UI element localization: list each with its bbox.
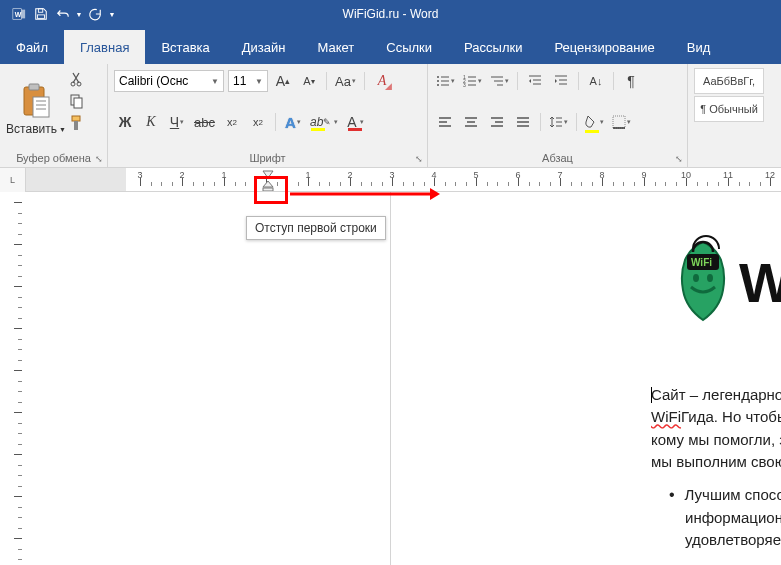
show-marks-icon[interactable]: ¶ [620, 70, 642, 92]
style-sample[interactable]: АаБбВвГг, [694, 68, 764, 94]
group-styles: АаБбВвГг, ¶ Обычный [688, 64, 781, 167]
svg-rect-4 [38, 15, 45, 19]
svg-rect-7 [33, 97, 49, 117]
align-center-icon[interactable] [460, 111, 482, 133]
paste-button[interactable]: Вставить▼ [6, 68, 66, 150]
svg-rect-14 [74, 98, 82, 108]
tab-layout[interactable]: Макет [301, 30, 370, 64]
decrease-font-icon[interactable]: A▾ [298, 70, 320, 92]
paste-label: Вставить▼ [6, 122, 66, 136]
hanging-indent-marker[interactable] [262, 180, 274, 192]
svg-rect-55 [263, 188, 273, 191]
change-case-button[interactable]: Aa▾ [333, 70, 358, 92]
bullets-button[interactable]: ▾ [434, 70, 457, 92]
group-font: Calibri (Оснс▼ 11▼ A▴ A▾ Aa▾ A◢ Ж К Ч▾ a… [108, 64, 428, 167]
undo-icon[interactable] [52, 3, 74, 25]
svg-rect-53 [613, 116, 625, 128]
align-right-icon[interactable] [486, 111, 508, 133]
group-paragraph: ▾ 123▾ ▾ A↓ ¶ ▾ ▾ ▾ Абзац ⤡ [428, 64, 688, 167]
first-line-indent-marker[interactable] [262, 170, 274, 180]
group-paragraph-label: Абзац [434, 150, 681, 165]
tab-insert[interactable]: Вставка [145, 30, 225, 64]
decrease-indent-icon[interactable] [524, 70, 546, 92]
document-logo-image: WiFi WIFI ГИД WI-FI И БЕСП [663, 232, 781, 345]
chevron-down-icon: ▼ [211, 77, 219, 86]
line-spacing-icon[interactable]: ▾ [547, 111, 570, 133]
word-app-icon[interactable]: W [8, 3, 30, 25]
chevron-down-icon: ▼ [255, 77, 263, 86]
bold-button[interactable]: Ж [114, 111, 136, 133]
svg-rect-15 [72, 116, 80, 121]
svg-point-58 [693, 274, 699, 282]
format-painter-icon[interactable] [66, 112, 88, 134]
clear-formatting-icon[interactable]: A◢ [371, 70, 393, 92]
svg-rect-2 [22, 10, 26, 19]
increase-font-icon[interactable]: A▴ [272, 70, 294, 92]
quick-access-toolbar: W ▼ ▼ [0, 3, 118, 25]
window-title: WiFiGid.ru - Word [343, 7, 439, 21]
customize-qat-icon[interactable]: ▼ [106, 3, 118, 25]
tab-design[interactable]: Дизайн [226, 30, 302, 64]
numbering-button[interactable]: 123▾ [461, 70, 484, 92]
ruler-row: L 321123456789101112 [0, 168, 781, 192]
copy-icon[interactable] [66, 90, 88, 112]
workspace: WiFi WIFI ГИД WI-FI И БЕСП [0, 192, 781, 565]
borders-button[interactable]: ▾ [610, 111, 633, 133]
svg-rect-16 [74, 121, 78, 130]
svg-text:WIFI: WIFI [739, 251, 781, 314]
document-body: Сайт – легендарное творение нашего орден… [651, 385, 781, 550]
ruler-corner[interactable]: L [0, 168, 26, 192]
horizontal-ruler[interactable]: 321123456789101112 [26, 168, 781, 192]
italic-button[interactable]: К [140, 111, 162, 133]
shading-button[interactable]: ▾ [583, 111, 606, 133]
align-left-icon[interactable] [434, 111, 456, 133]
font-size-value: 11 [233, 74, 246, 88]
tab-home[interactable]: Главная [64, 30, 145, 64]
font-size-select[interactable]: 11▼ [228, 70, 268, 92]
tab-file[interactable]: Файл [0, 30, 64, 64]
justify-icon[interactable] [512, 111, 534, 133]
group-clipboard: Вставить▼ Буфер обмена ⤡ [0, 64, 108, 167]
redo-icon[interactable] [84, 3, 106, 25]
svg-text:3: 3 [463, 82, 466, 88]
page: WiFi WIFI ГИД WI-FI И БЕСП [561, 192, 781, 552]
svg-point-21 [437, 84, 439, 86]
indent-tooltip: Отступ первой строки [246, 216, 386, 240]
svg-rect-6 [29, 84, 39, 90]
svg-point-17 [437, 76, 439, 78]
font-name-value: Calibri (Оснс [119, 74, 188, 88]
ribbon-tabs: Файл Главная Вставка Дизайн Макет Ссылки… [0, 28, 781, 64]
tab-view[interactable]: Вид [671, 30, 727, 64]
svg-point-19 [437, 80, 439, 82]
multilevel-list-button[interactable]: ▾ [488, 70, 511, 92]
subscript-button[interactable]: x2 [221, 111, 243, 133]
group-styles-label [694, 162, 775, 165]
underline-button[interactable]: Ч▾ [166, 111, 188, 133]
svg-text:W: W [15, 11, 22, 18]
tab-references[interactable]: Ссылки [370, 30, 448, 64]
font-launcher-icon[interactable]: ⤡ [413, 153, 425, 165]
save-icon[interactable] [30, 3, 52, 25]
undo-dropdown-icon[interactable]: ▼ [74, 3, 84, 25]
group-font-label: Шрифт [114, 150, 421, 165]
font-name-select[interactable]: Calibri (Оснс▼ [114, 70, 224, 92]
style-normal[interactable]: ¶ Обычный [694, 96, 764, 122]
clipboard-launcher-icon[interactable]: ⤡ [93, 153, 105, 165]
ribbon: Вставить▼ Буфер обмена ⤡ Calibri (Оснс▼ … [0, 64, 781, 168]
font-color-button[interactable]: A▾ [344, 111, 366, 133]
document-area[interactable]: WiFi WIFI ГИД WI-FI И БЕСП [391, 192, 781, 565]
cut-icon[interactable] [66, 68, 88, 90]
sort-icon[interactable]: A↓ [585, 70, 607, 92]
highlight-button[interactable]: ab✎▾ [308, 111, 340, 133]
tab-mailings[interactable]: Рассылки [448, 30, 538, 64]
svg-text:WiFi: WiFi [691, 257, 712, 268]
text-effects-button[interactable]: A▾ [282, 111, 304, 133]
paragraph-launcher-icon[interactable]: ⤡ [673, 153, 685, 165]
strikethrough-button[interactable]: abc [192, 111, 217, 133]
superscript-button[interactable]: x2 [247, 111, 269, 133]
vertical-ruler[interactable] [0, 192, 391, 565]
paste-icon [18, 82, 54, 120]
group-clipboard-label: Буфер обмена [6, 150, 101, 165]
increase-indent-icon[interactable] [550, 70, 572, 92]
tab-review[interactable]: Рецензирование [538, 30, 670, 64]
